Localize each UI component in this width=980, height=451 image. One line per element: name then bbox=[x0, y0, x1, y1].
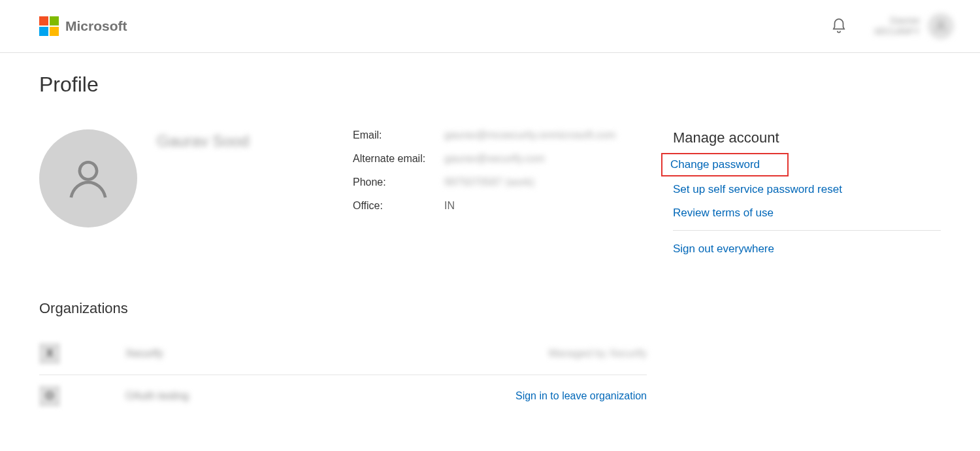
alt-email-value: gaurav@xecurify.com bbox=[444, 153, 545, 165]
org-name: OAuth testing bbox=[125, 390, 189, 402]
sign-out-everywhere-link[interactable]: Sign out everywhere bbox=[673, 237, 941, 261]
phone-value: 9975070587 (work) bbox=[444, 176, 534, 188]
org-managed-label: Managed by Xecurify bbox=[549, 348, 647, 359]
header: Microsoft Gaurav XECURIFY bbox=[0, 0, 980, 53]
review-terms-link[interactable]: Review terms of use bbox=[673, 201, 941, 225]
org-badge-icon: X bbox=[39, 343, 60, 364]
sspr-link[interactable]: Set up self service password reset bbox=[673, 178, 941, 201]
content: Profile Gaurav Sood Email: gaurav@mcsecu… bbox=[0, 53, 980, 437]
change-password-highlight: Change password bbox=[661, 153, 789, 176]
profile-section: Gaurav Sood Email: gaurav@mcsecurity.onm… bbox=[39, 129, 941, 261]
org-badge-icon: O bbox=[39, 386, 60, 407]
header-user-name: Gaurav bbox=[874, 15, 920, 26]
svg-point-0 bbox=[938, 22, 943, 26]
office-label: Office: bbox=[353, 200, 444, 212]
contact-column: Email: gaurav@mcsecurity.onmicrosoft.com… bbox=[353, 129, 673, 224]
organization-row: O OAuth testing Sign in to leave organiz… bbox=[39, 375, 647, 417]
header-user-org: XECURIFY bbox=[874, 26, 920, 37]
identity-column: Gaurav Sood bbox=[39, 129, 353, 227]
manage-account-column: Manage account Change password Set up se… bbox=[673, 129, 941, 261]
notifications-icon[interactable] bbox=[830, 18, 847, 35]
display-name: Gaurav Sood bbox=[157, 132, 249, 150]
brand-name: Microsoft bbox=[65, 18, 127, 34]
microsoft-logo-icon bbox=[39, 16, 59, 36]
organizations-title: Organizations bbox=[39, 300, 941, 317]
leave-organization-link[interactable]: Sign in to leave organization bbox=[515, 390, 647, 402]
organization-row: X Xecurify Managed by Xecurify bbox=[39, 333, 647, 375]
email-value: gaurav@mcsecurity.onmicrosoft.com bbox=[444, 129, 615, 141]
alt-email-label: Alternate email: bbox=[353, 153, 444, 165]
user-menu[interactable]: Gaurav XECURIFY bbox=[874, 13, 954, 39]
office-value: IN bbox=[444, 200, 455, 212]
manage-account-title: Manage account bbox=[673, 129, 941, 146]
brand-logo[interactable]: Microsoft bbox=[39, 16, 127, 36]
org-name: Xecurify bbox=[125, 348, 163, 359]
header-actions: Gaurav XECURIFY bbox=[830, 13, 954, 39]
phone-label: Phone: bbox=[353, 176, 444, 188]
email-label: Email: bbox=[353, 129, 444, 141]
page-title: Profile bbox=[39, 73, 941, 97]
svg-point-1 bbox=[80, 162, 97, 179]
change-password-link[interactable]: Change password bbox=[670, 158, 760, 171]
avatar-icon bbox=[928, 13, 954, 39]
profile-avatar bbox=[39, 129, 137, 227]
